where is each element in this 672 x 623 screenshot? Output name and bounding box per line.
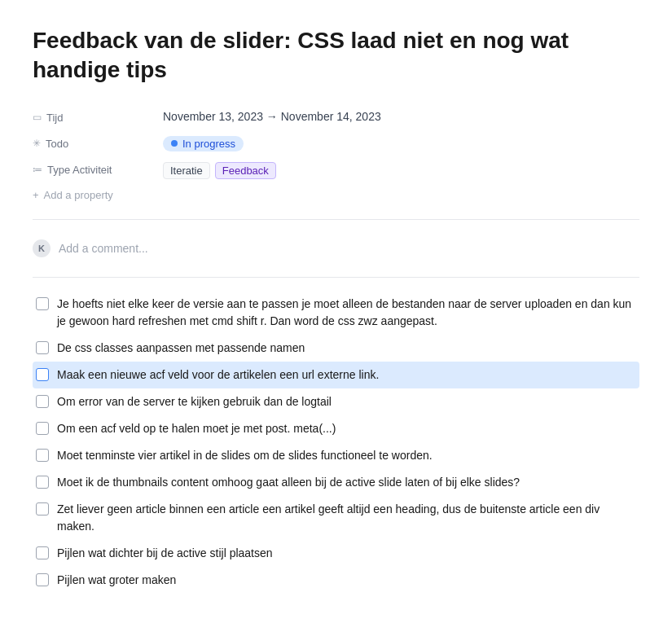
- add-property-button[interactable]: + Add a property: [33, 184, 639, 206]
- divider-1: [33, 219, 639, 220]
- meta-label-tijd: ▭ Tijd: [33, 110, 163, 124]
- checklist-item-3: Maak een nieuwe acf veld voor de artikel…: [33, 362, 639, 388]
- page-title: Feedback van de slider: CSS laad niet en…: [33, 26, 639, 86]
- checkbox-9[interactable]: [36, 546, 49, 559]
- checklist-item-8: Zet liever geen article binnen een artic…: [33, 496, 639, 540]
- checkbox-6[interactable]: [36, 449, 49, 462]
- checklist-text-7: Moet ik de thumbnails content omhoog gaa…: [57, 474, 520, 491]
- checklist-text-9: Pijlen wat dichter bij de active stijl p…: [57, 545, 273, 562]
- checklist: Je hoefts niet elke keer de versie aan t…: [33, 291, 639, 594]
- avatar: K: [33, 239, 51, 257]
- checklist-item-2: De css classes aanpassen met passende na…: [33, 335, 639, 362]
- checklist-text-4: Om error van de server te kijken gebruik…: [57, 393, 332, 410]
- checklist-item-1: Je hoefts niet elke keer de versie aan t…: [33, 291, 639, 335]
- checklist-item-7: Moet ik de thumbnails content omhoog gaa…: [33, 469, 639, 496]
- divider-2: [33, 277, 639, 278]
- plus-icon: +: [33, 189, 39, 201]
- checkbox-10[interactable]: [36, 573, 49, 586]
- checklist-text-8: Zet liever geen article binnen een artic…: [57, 501, 636, 535]
- status-badge[interactable]: In progress: [163, 136, 244, 151]
- todo-icon: ✳: [33, 138, 41, 149]
- meta-row-type: ≔ Type Activiteit Iteratie Feedback: [33, 157, 639, 184]
- checkbox-7[interactable]: [36, 476, 49, 489]
- checklist-text-2: De css classes aanpassen met passende na…: [57, 340, 305, 357]
- checklist-item-5: Om een acf veld op te halen moet je met …: [33, 415, 639, 442]
- meta-label-type: ≔ Type Activiteit: [33, 162, 163, 176]
- meta-row-todo: ✳ Todo In progress: [33, 131, 639, 157]
- checklist-text-5: Om een acf veld op te halen moet je met …: [57, 420, 336, 437]
- meta-label-todo: ✳ Todo: [33, 136, 163, 150]
- checkbox-1[interactable]: [36, 297, 49, 310]
- meta-value-type: Iteratie Feedback: [163, 162, 276, 179]
- tag-feedback[interactable]: Feedback: [215, 162, 276, 179]
- meta-row-tijd: ▭ Tijd November 13, 2023 → November 14, …: [33, 105, 639, 131]
- checklist-item-6: Moet tenminste vier artikel in de slides…: [33, 442, 639, 469]
- checklist-text-3: Maak een nieuwe acf veld voor de artikel…: [57, 366, 379, 384]
- checklist-text-6: Moet tenminste vier artikel in de slides…: [57, 447, 433, 464]
- checkbox-3[interactable]: [36, 368, 49, 381]
- checkbox-4[interactable]: [36, 395, 49, 408]
- list-icon: ≔: [33, 164, 42, 175]
- tag-iteratie[interactable]: Iteratie: [163, 162, 210, 179]
- calendar-icon: ▭: [33, 112, 42, 123]
- meta-value-tijd: November 13, 2023 → November 14, 2023: [163, 110, 381, 123]
- checklist-item-9: Pijlen wat dichter bij de active stijl p…: [33, 540, 639, 567]
- checklist-item-10: Pijlen wat groter maken: [33, 567, 639, 594]
- checkbox-2[interactable]: [36, 341, 49, 354]
- meta-section: ▭ Tijd November 13, 2023 → November 14, …: [33, 105, 639, 206]
- checklist-text-10: Pijlen wat groter maken: [57, 572, 176, 589]
- meta-value-todo[interactable]: In progress: [163, 136, 244, 151]
- checklist-text-1: Je hoefts niet elke keer de versie aan t…: [57, 296, 636, 330]
- checkbox-5[interactable]: [36, 422, 49, 435]
- checkbox-8[interactable]: [36, 502, 49, 516]
- checklist-item-4: Om error van de server te kijken gebruik…: [33, 388, 639, 415]
- comment-row[interactable]: K Add a comment...: [33, 230, 639, 267]
- comment-placeholder[interactable]: Add a comment...: [59, 242, 148, 255]
